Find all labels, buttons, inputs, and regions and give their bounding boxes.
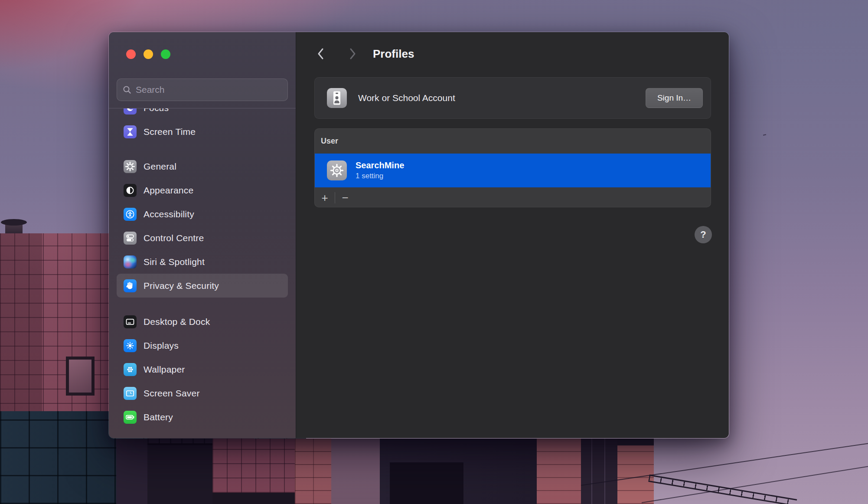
- appearance-icon: [124, 184, 137, 197]
- desktop: Focus Screen Time: [0, 0, 868, 504]
- sidebar-item-displays[interactable]: Displays: [117, 334, 288, 357]
- sidebar-item-screen-time[interactable]: Screen Time: [117, 120, 288, 144]
- sidebar-item-siri-spotlight[interactable]: Siri & Spotlight: [117, 250, 288, 274]
- focus-icon: [124, 108, 137, 115]
- sign-in-button-label: Sign In…: [657, 93, 691, 103]
- wallpaper-red-facade-shadow: [212, 493, 306, 504]
- screen-saver-icon: [124, 387, 137, 400]
- system-settings-window: Focus Screen Time: [108, 32, 729, 439]
- sidebar-item-label: Focus: [144, 108, 169, 113]
- add-profile-button[interactable]: +: [315, 187, 335, 207]
- forward-button[interactable]: [347, 46, 358, 61]
- sign-in-button[interactable]: Sign In…: [646, 88, 703, 108]
- chevron-right-icon: [348, 47, 357, 60]
- sidebar-item-label: Control Centre: [144, 233, 204, 243]
- zoom-button[interactable]: [161, 49, 170, 59]
- wallpaper-roof-vent: [1, 219, 27, 226]
- sidebar-item-appearance[interactable]: Appearance: [117, 178, 288, 202]
- sidebar-item-label: Battery: [144, 412, 173, 422]
- user-profiles-card: User: [314, 128, 711, 207]
- sidebar-item-label: Displays: [144, 340, 179, 351]
- sidebar-item-label: Siri & Spotlight: [144, 257, 205, 267]
- sidebar: Focus Screen Time: [109, 32, 296, 438]
- id-badge-icon: [327, 88, 347, 108]
- wallpaper-building2-pillar-3: [617, 439, 654, 504]
- help-button-label: ?: [700, 229, 706, 240]
- screen-time-icon: [124, 125, 137, 138]
- sidebar-item-wallpaper[interactable]: Wallpaper: [117, 357, 288, 381]
- profile-gear-icon: [327, 160, 347, 180]
- sidebar-item-control-centre[interactable]: Control Centre: [117, 226, 288, 250]
- sidebar-item-label: Privacy & Security: [144, 281, 219, 291]
- search-input[interactable]: [136, 85, 282, 95]
- accessibility-icon: [124, 208, 137, 221]
- siri-icon: [124, 255, 137, 268]
- battery-icon: [124, 411, 137, 424]
- sidebar-item-general[interactable]: General: [117, 154, 288, 178]
- profile-row-searchmine[interactable]: SearchMine 1 setting: [315, 154, 711, 187]
- search-field[interactable]: [117, 79, 288, 101]
- general-icon: [124, 160, 137, 173]
- search-icon: [122, 85, 132, 95]
- sidebar-item-privacy-security[interactable]: Privacy & Security: [117, 274, 288, 298]
- page-title: Profiles: [373, 47, 414, 61]
- sidebar-item-label: Appearance: [144, 185, 193, 196]
- wallpaper-building2-pillar-2: [537, 439, 581, 504]
- main-panel: Profiles Work or School Account Sign In…: [296, 32, 729, 438]
- displays-sun-icon: [124, 339, 137, 352]
- wallpaper-building2-pillar-1: [295, 439, 331, 504]
- sidebar-item-battery[interactable]: Battery: [117, 405, 288, 429]
- wallpaper-flower-icon: [124, 363, 137, 376]
- chevron-left-icon: [317, 47, 325, 60]
- sidebar-item-label: Accessibility: [144, 209, 194, 219]
- profile-detail: 1 setting: [356, 172, 404, 180]
- account-row-label: Work or School Account: [358, 93, 646, 103]
- close-button[interactable]: [126, 49, 136, 59]
- user-section-title: User: [321, 137, 338, 146]
- back-button[interactable]: [315, 46, 326, 61]
- sidebar-item-label: Screen Time: [144, 127, 196, 137]
- sidebar-item-focus[interactable]: Focus: [117, 108, 288, 120]
- window-controls: [126, 49, 170, 59]
- sidebar-item-accessibility[interactable]: Accessibility: [117, 202, 288, 226]
- wallpaper-building2-ladder-gap: [581, 439, 617, 504]
- sidebar-item-desktop-dock[interactable]: Desktop & Dock: [117, 310, 288, 334]
- desktop-dock-icon: [124, 315, 137, 328]
- minimize-button[interactable]: [144, 49, 153, 59]
- wallpaper-building2-notch: [390, 462, 463, 504]
- work-school-account-card: Work or School Account Sign In…: [314, 77, 711, 119]
- privacy-hand-icon: [124, 279, 137, 292]
- profile-texts: SearchMine 1 setting: [356, 160, 404, 180]
- control-centre-icon: [124, 232, 137, 245]
- wallpaper-building2-wall: [331, 439, 380, 504]
- sidebar-item-label: Desktop & Dock: [144, 317, 210, 327]
- remove-profile-button[interactable]: −: [335, 187, 355, 207]
- wallpaper-building-window: [66, 357, 95, 396]
- sidebar-list: Focus Screen Time: [109, 108, 296, 438]
- wallpaper-red-facade: [212, 439, 306, 493]
- sidebar-item-label: Wallpaper: [144, 364, 185, 375]
- profile-name: SearchMine: [356, 160, 404, 170]
- help-button[interactable]: ?: [695, 226, 712, 243]
- sidebar-item-label: General: [144, 161, 176, 172]
- user-section-header: User: [315, 129, 711, 154]
- sidebar-item-screen-saver[interactable]: Screen Saver: [117, 381, 288, 405]
- profiles-toolbar: + −: [315, 187, 711, 207]
- sidebar-item-label: Screen Saver: [144, 388, 200, 399]
